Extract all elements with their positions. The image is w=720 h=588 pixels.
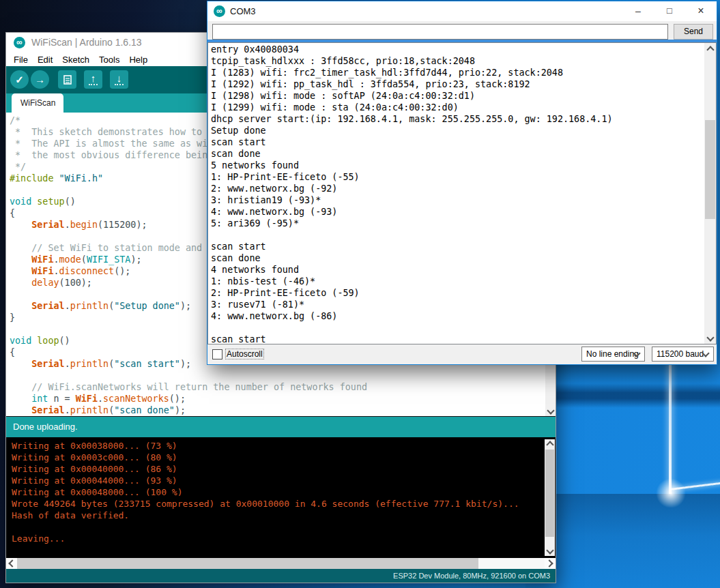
scroll-up-arrow[interactable] <box>545 439 555 449</box>
baud-rate-value: 115200 baud <box>657 349 704 359</box>
monitor-output-line: 3: hristian19 (-93)* <box>211 194 613 206</box>
menu-file[interactable]: File <box>9 55 33 65</box>
console-line: Wrote 449264 bytes (233715 compressed) a… <box>12 498 519 510</box>
tab-wifiscan[interactable]: WiFiScan <box>12 93 63 113</box>
menu-tools[interactable]: Tools <box>94 55 124 65</box>
menu-help[interactable]: Help <box>124 55 152 65</box>
console-text: Writing at 0x00038000... (73 %)Writing a… <box>12 440 519 544</box>
monitor-output-line: scan start <box>211 136 613 148</box>
arduino-logo-icon: ∞ <box>214 5 225 17</box>
down-arrow-icon: ↓ <box>117 74 122 83</box>
dotted-tray-icon <box>115 84 124 85</box>
scroll-down-arrow[interactable] <box>545 406 556 416</box>
monitor-output-line: Setup done <box>211 125 613 136</box>
monitor-output-line: scan start <box>211 241 613 252</box>
monitor-output-line: tcpip_task_hdlxxx : 3ffd58cc, prio:18,st… <box>211 55 613 67</box>
monitor-output-line: 1: nbis-test (-46)* <box>211 276 613 287</box>
send-button[interactable]: Send <box>674 24 713 40</box>
monitor-output-line: I (1298) wifi: mode : softAP (24:0a:c4:0… <box>211 90 613 102</box>
minimize-button[interactable]: – <box>622 1 654 21</box>
console-vertical-scrollbar[interactable] <box>545 439 555 556</box>
scroll-right-arrow[interactable] <box>545 558 556 569</box>
scroll-down-arrow[interactable] <box>704 332 716 344</box>
verify-button[interactable]: ✓ <box>10 70 29 89</box>
scrollbar-thumb[interactable] <box>17 558 478 569</box>
serial-monitor-titlebar[interactable]: ∞ COM3 – □ × <box>207 1 717 21</box>
console-line: Hash of data verified. <box>12 510 519 521</box>
monitor-output-line: 5: ari369 (-95)* <box>211 218 613 229</box>
baud-rate-dropdown[interactable]: 115200 baud <box>652 347 714 362</box>
serial-output-text: entry 0x40080034tcpip_task_hdlxxx : 3ffd… <box>211 44 613 344</box>
console-line: Leaving... <box>12 533 519 544</box>
up-arrow-icon: ↑ <box>91 74 96 83</box>
serial-monitor-footer: Autoscroll No line ending 115200 baud <box>207 344 717 364</box>
scrollbar-thumb[interactable] <box>545 450 554 537</box>
monitor-output-line: I (1283) wifi: frc2_timer_task_hdl:3ffd7… <box>211 67 613 78</box>
upload-status-bar: Done uploading. <box>6 416 556 437</box>
output-console[interactable]: Writing at 0x00038000... (73 %)Writing a… <box>6 437 556 558</box>
scroll-left-arrow[interactable] <box>6 558 17 569</box>
console-line <box>12 521 519 533</box>
monitor-output-line: 4 networks found <box>211 264 613 276</box>
windows-logo-glow <box>655 479 687 508</box>
monitor-output-line <box>211 229 613 241</box>
monitor-output-line: 3: rusev71 (-81)* <box>211 299 613 310</box>
console-line: Writing at 0x0003c000... (80 %) <box>12 452 519 463</box>
check-icon: ✓ <box>15 75 24 85</box>
monitor-output-line: entry 0x40080034 <box>211 44 613 55</box>
autoscroll-checkbox[interactable] <box>212 349 222 359</box>
scrollbar-thumb[interactable] <box>705 120 715 219</box>
monitor-output-line: I (1299) wifi: mode : sta (24:0a:c4:00:3… <box>211 102 613 113</box>
upload-button[interactable]: → <box>31 70 49 89</box>
menu-edit[interactable]: Edit <box>33 55 57 65</box>
window-controls: – □ × <box>622 1 717 21</box>
code-line <box>10 370 493 381</box>
console-line: Writing at 0x00040000... (86 %) <box>12 463 519 475</box>
monitor-output-line: scan done <box>211 148 613 160</box>
monitor-output-line: I (1292) wifi: pp_task_hdl : 3ffda554, p… <box>211 78 613 90</box>
monitor-output-line: 1: HP-Print-EE-ficeto (-55) <box>211 171 613 183</box>
board-status-bar: ESP32 Dev Module, 80MHz, 921600 on COM3 <box>6 569 556 583</box>
right-arrow-icon: → <box>35 75 45 85</box>
open-sketch-button[interactable]: ↑ <box>84 70 102 89</box>
serial-send-input[interactable] <box>212 24 668 40</box>
console-line: Writing at 0x00048000... (100 %) <box>12 486 519 498</box>
line-ending-value: No line ending <box>586 349 639 359</box>
serial-vertical-scrollbar[interactable] <box>704 43 716 344</box>
code-line: int n = WiFi.scanNetworks(); <box>10 393 493 405</box>
dotted-tray-icon <box>89 84 98 85</box>
menu-sketch[interactable]: Sketch <box>57 55 94 65</box>
serial-output-area[interactable]: entry 0x40080034tcpip_task_hdlxxx : 3ffd… <box>207 42 717 344</box>
line-ending-dropdown[interactable]: No line ending <box>581 347 645 362</box>
code-line: // WiFi.scanNetworks will return the num… <box>10 381 493 393</box>
monitor-output-line: 2: www.networx.bg (-92) <box>211 183 613 194</box>
console-line: Writing at 0x00038000... (73 %) <box>12 440 519 452</box>
console-horizontal-scrollbar[interactable] <box>6 558 556 569</box>
save-sketch-button[interactable]: ↓ <box>110 70 128 89</box>
scroll-down-arrow[interactable] <box>545 546 555 556</box>
close-button[interactable]: × <box>685 1 717 21</box>
ide-window-title: WiFiScan | Arduino 1.6.13 <box>31 33 142 53</box>
new-sketch-button[interactable] <box>58 70 76 89</box>
code-line: Serial.println("scan done"); <box>10 405 493 416</box>
monitor-output-line: 4: www.networx.bg (-93) <box>211 206 613 218</box>
arduino-logo-icon: ∞ <box>14 37 25 48</box>
monitor-output-line: scan done <box>211 252 613 264</box>
autoscroll-label[interactable]: Autoscroll <box>226 349 263 359</box>
serial-monitor-window: ∞ COM3 – □ × Send entry 0x40080034tcpip_… <box>207 1 717 365</box>
maximize-button[interactable]: □ <box>654 1 685 21</box>
monitor-output-line: dhcp server start:(ip: 192.168.4.1, mask… <box>211 113 613 125</box>
console-line: Writing at 0x00044000... (93 %) <box>12 475 519 486</box>
monitor-output-line: 5 networks found <box>211 160 613 171</box>
scroll-up-arrow[interactable] <box>704 43 716 55</box>
serial-monitor-title: COM3 <box>230 1 256 21</box>
document-icon <box>63 75 72 85</box>
monitor-output-line: scan start <box>211 334 613 344</box>
monitor-output-line: 2: HP-Print-EE-ficeto (-59) <box>211 287 613 299</box>
monitor-output-line: 4: www.networx.bg (-86) <box>211 310 613 322</box>
monitor-output-line <box>211 322 613 334</box>
